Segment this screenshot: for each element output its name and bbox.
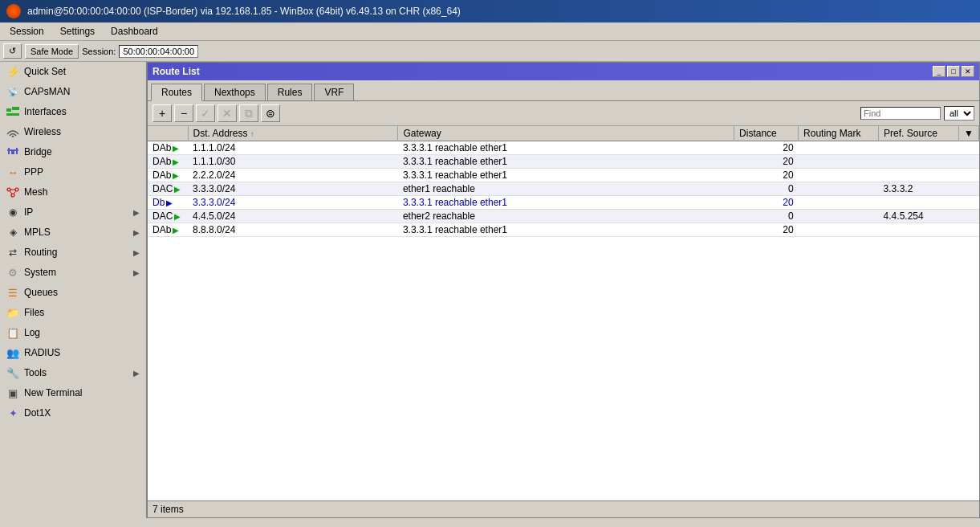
check-button[interactable]: ✓ <box>196 104 215 122</box>
ip-arrow-icon: ▶ <box>133 208 140 217</box>
table-row[interactable]: DAC ▶ 3.3.3.0/24 ether1 reachable 0 3.3.… <box>148 182 979 196</box>
remove-button[interactable]: − <box>174 104 193 122</box>
menu-settings[interactable]: Settings <box>54 24 101 39</box>
cell-pref-source <box>879 223 959 237</box>
sidebar-item-interfaces[interactable]: Interfaces <box>0 102 146 122</box>
add-button[interactable]: + <box>152 104 172 122</box>
sidebar-label-ppp: PPP <box>24 166 140 178</box>
tab-vrf[interactable]: VRF <box>314 84 354 100</box>
item-count: 7 items <box>152 504 184 515</box>
cell-gateway: 3.3.3.1 reachable ether1 <box>398 155 734 169</box>
cell-dst: 4.4.5.0/24 <box>188 210 398 223</box>
sidebar-item-wireless[interactable]: Wireless <box>0 122 146 142</box>
tab-rules[interactable]: Rules <box>267 84 313 100</box>
col-distance[interactable]: Distance <box>734 126 799 141</box>
sidebar-item-mesh[interactable]: Mesh <box>0 182 146 202</box>
sidebar-label-tools: Tools <box>24 367 128 378</box>
sidebar-label-mesh: Mesh <box>24 186 140 198</box>
col-dst-address[interactable]: Dst. Address ↑ <box>188 126 398 141</box>
sidebar-item-system[interactable]: ⚙ System ▶ <box>0 263 146 283</box>
maximize-button[interactable]: □ <box>947 66 960 77</box>
cross-button[interactable]: ✕ <box>218 104 237 122</box>
sidebar-item-mpls[interactable]: ◈ MPLS ▶ <box>0 223 146 243</box>
cell-gateway: ether1 reachable <box>398 182 734 196</box>
sidebar-item-quickset[interactable]: ⚡ Quick Set <box>0 62 146 82</box>
table-row[interactable]: DAb ▶ 8.8.8.0/24 3.3.3.1 reachable ether… <box>148 223 979 237</box>
cell-routing-mark <box>799 141 879 155</box>
sidebar-item-queues[interactable]: ☰ Queues <box>0 283 146 303</box>
col-routing-mark[interactable]: Routing Mark <box>799 126 879 141</box>
svg-rect-0 <box>6 108 11 112</box>
app-logo <box>6 4 21 18</box>
sidebar-item-log[interactable]: 📋 Log <box>0 323 146 343</box>
flag-text: DAb <box>152 142 171 153</box>
find-select[interactable]: all <box>944 106 974 121</box>
route-active-icon: ▶ <box>174 185 181 194</box>
window-controls: _ □ ✕ <box>933 66 974 77</box>
table-row[interactable]: DAb ▶ 2.2.2.0/24 3.3.3.1 reachable ether… <box>148 169 979 182</box>
cell-extra <box>959 223 979 237</box>
sidebar-item-files[interactable]: 📁 Files <box>0 303 146 323</box>
table-row[interactable]: DAC ▶ 4.4.5.0/24 ether2 reachable 0 4.4.… <box>148 210 979 223</box>
mpls-icon: ◈ <box>6 226 19 239</box>
col-dropdown[interactable]: ▼ <box>959 126 979 141</box>
quickset-icon: ⚡ <box>6 65 19 78</box>
col-flags[interactable] <box>148 126 188 141</box>
dot1x-icon: ✦ <box>6 406 19 419</box>
sidebar-item-radius[interactable]: 👥 RADIUS <box>0 343 146 363</box>
find-input[interactable] <box>860 107 941 120</box>
app-title: admin@50:00:00:04:00:00 (ISP-Border) via… <box>27 6 461 17</box>
cell-flags: DAC ▶ <box>148 182 188 196</box>
safe-mode-button[interactable]: Safe Mode <box>25 44 79 59</box>
sidebar-label-ip: IP <box>24 206 128 218</box>
sidebar-item-new-terminal[interactable]: ▣ New Terminal <box>0 383 146 403</box>
svg-point-3 <box>12 136 14 137</box>
tab-nexthops[interactable]: Nexthops <box>204 84 266 100</box>
sidebar-label-radius: RADIUS <box>24 347 140 358</box>
menu-session[interactable]: Session <box>3 24 51 39</box>
tab-routes[interactable]: Routes <box>151 84 202 101</box>
table-row[interactable]: DAb ▶ 1.1.1.0/30 3.3.3.1 reachable ether… <box>148 155 979 169</box>
sidebar-label-mpls: MPLS <box>24 227 128 238</box>
sidebar-item-bridge[interactable]: Bridge <box>0 142 146 162</box>
minimize-button[interactable]: _ <box>933 66 945 77</box>
routing-icon: ⇄ <box>6 246 19 259</box>
cell-dst: 3.3.3.0/24 <box>188 196 398 210</box>
sidebar-item-routing[interactable]: ⇄ Routing ▶ <box>0 243 146 263</box>
cell-gateway: 3.3.3.1 reachable ether1 <box>398 141 734 155</box>
sidebar-item-ip[interactable]: ◉ IP ▶ <box>0 202 146 223</box>
filter-button[interactable]: ⊜ <box>261 104 280 122</box>
cell-flags: DAb ▶ <box>148 155 188 169</box>
sidebar-label-system: System <box>24 267 128 278</box>
cell-extra <box>959 169 979 182</box>
refresh-button[interactable]: ↺ <box>3 43 22 59</box>
sidebar-item-tools[interactable]: 🔧 Tools ▶ <box>0 363 146 383</box>
cell-extra <box>959 155 979 169</box>
sidebar-item-ppp[interactable]: ↔ PPP <box>0 162 146 182</box>
svg-line-13 <box>14 191 16 194</box>
close-button[interactable]: ✕ <box>962 66 974 77</box>
action-toolbar: + − ✓ ✕ ⧉ ⊜ all <box>148 101 979 126</box>
sidebar-item-dot1x[interactable]: ✦ Dot1X <box>0 403 146 423</box>
svg-rect-5 <box>8 148 10 154</box>
menu-dashboard[interactable]: Dashboard <box>104 24 165 39</box>
flag-text: DAC <box>152 210 173 222</box>
sidebar-label-log: Log <box>24 327 140 338</box>
col-gateway[interactable]: Gateway <box>398 126 734 141</box>
table-row[interactable]: DAb ▶ 1.1.1.0/24 3.3.3.1 reachable ether… <box>148 141 979 155</box>
find-box: all <box>860 106 974 121</box>
copy-button[interactable]: ⧉ <box>239 104 258 122</box>
cell-extra <box>959 141 979 155</box>
col-pref-source[interactable]: Pref. Source <box>879 126 959 141</box>
table-row[interactable]: Db ▶ 3.3.3.0/24 3.3.3.1 reachable ether1… <box>148 196 979 210</box>
ip-icon: ◉ <box>6 206 19 219</box>
sidebar-label-routing: Routing <box>24 247 128 258</box>
cell-flags: DAb ▶ <box>148 223 188 237</box>
flag-text: DAb <box>152 156 171 167</box>
route-active-icon: ▶ <box>173 226 179 235</box>
sidebar-item-capsman[interactable]: 📡 CAPsMAN <box>0 82 146 102</box>
cell-gateway: 3.3.3.1 reachable ether1 <box>398 196 734 210</box>
route-active-icon: ▶ <box>174 212 181 221</box>
cell-distance: 20 <box>734 169 799 182</box>
cell-pref-source <box>879 155 959 169</box>
